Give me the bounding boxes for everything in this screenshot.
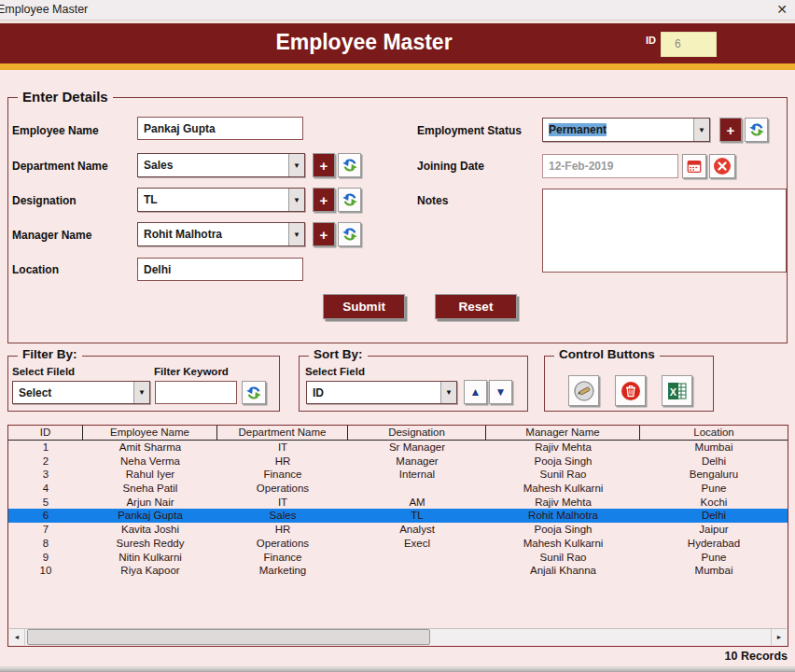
table-cell [348,564,486,578]
chevron-down-icon[interactable]: ▼ [288,189,304,211]
employee-master-window: Employee Master ✕ Employee Master ID 6 E… [0,0,795,672]
plus-icon: + [727,122,735,138]
horizontal-scrollbar[interactable]: ◄ ► [9,628,787,645]
location-input[interactable] [137,258,303,281]
chevron-down-icon[interactable]: ▼ [288,154,304,176]
submit-button[interactable]: Submit [323,294,405,319]
table-row[interactable]: 5Arjun NairITAMRajiv MehtaKochi [8,496,788,510]
sort-by-group: Sort By: Select Field ID ▼ ▲ ▼ [299,356,528,412]
table-row[interactable]: 10Riya KapoorMarketingAnjali KhannaMumba… [8,564,788,578]
add-department-button[interactable]: + [313,153,335,177]
employment-status-combo[interactable]: Permanent ▼ [542,118,710,142]
notes-label: Notes [417,194,448,207]
table-row[interactable]: 3Rahul IyerFinanceInternalSunil RaoBenga… [8,468,788,482]
table-cell: Kavita Joshi [83,523,217,537]
close-icon[interactable]: ✕ [776,2,788,17]
plus-icon: + [320,227,328,243]
calendar-icon [686,158,703,175]
gold-accent-bar [0,63,795,70]
reset-button[interactable]: Reset [435,294,517,319]
table-cell: Execl [348,537,486,551]
swap-arrows-icon [342,226,358,243]
manager-combo[interactable]: Rohit Malhotra ▼ [137,222,305,246]
notes-textarea[interactable] [542,189,787,273]
table-cell: 7 [8,523,83,537]
table-cell: 9 [8,551,83,565]
filter-by-legend: Filter By: [18,347,82,361]
department-combo-value: Sales [138,159,288,172]
scroll-left-arrow-icon[interactable]: ◄ [9,629,25,645]
export-excel-button[interactable]: X [662,375,692,406]
window-title: Employee Master [0,3,88,16]
scrollbar-thumb[interactable] [27,629,430,645]
table-row[interactable]: 1Amit SharmaITSr ManagerRajiv MehtaMumba… [8,441,788,455]
scroll-right-arrow-icon[interactable]: ► [771,629,787,645]
column-header[interactable]: Department Name [217,426,348,440]
refresh-designation-button[interactable] [338,188,361,212]
sort-ascending-button[interactable]: ▲ [464,380,487,404]
column-header[interactable]: Designation [348,426,486,440]
joining-date-input[interactable] [542,154,678,178]
table-cell: 1 [8,441,83,455]
column-header[interactable]: Location [640,426,788,440]
designation-combo[interactable]: TL ▼ [137,188,305,212]
clear-date-button[interactable] [709,154,735,178]
table-cell: Bengaluru [640,468,788,482]
column-header[interactable]: Manager Name [486,426,640,440]
table-cell: Sales [217,509,348,523]
column-header[interactable]: ID [8,426,83,440]
table-cell [348,551,486,565]
table-cell: 8 [8,537,83,551]
employee-name-input[interactable] [137,117,303,140]
add-employment-status-button[interactable]: + [719,118,742,142]
id-label: ID [646,35,656,46]
filter-field-combo[interactable]: Select ▼ [12,381,150,404]
table-row[interactable]: 9Nitin KulkarniFinanceSunil RaoPune [8,551,788,565]
table-cell: 4 [8,482,83,496]
add-manager-button[interactable]: + [313,222,335,246]
enter-details-legend: Enter Details [18,89,113,105]
calendar-button[interactable] [682,154,706,178]
sort-field-combo[interactable]: ID ▼ [306,381,457,404]
down-triangle-icon: ▼ [495,385,507,399]
table-row[interactable]: 2Neha VermaHRManagerPooja SinghDelhi [8,455,788,469]
swap-arrows-icon [342,191,358,208]
refresh-department-button[interactable] [338,153,361,177]
table-row[interactable]: 8Suresh ReddyOperationsExeclMahesh Kulka… [8,537,788,551]
window-bottom-edge [0,666,795,672]
control-buttons-legend: Control Buttons [554,347,660,361]
record-count: 10 Records [725,650,788,663]
filter-keyword-input[interactable] [155,381,237,404]
table-cell: Arjun Nair [83,496,217,510]
chevron-down-icon[interactable]: ▼ [133,382,149,403]
form-header: Employee Master ID 6 [0,23,795,63]
id-field[interactable]: 6 [661,32,717,57]
table-body: 1Amit SharmaITSr ManagerRajiv MehtaMumba… [8,441,788,578]
table-row[interactable]: 6Pankaj GuptaSalesTLRohit MalhotraDelhi [8,509,788,523]
sort-field-label: Select Field [305,366,365,377]
refresh-manager-button[interactable] [338,222,361,246]
chevron-down-icon[interactable]: ▼ [440,382,456,403]
table-cell: Mahesh Kulkarni [486,482,640,496]
apply-filter-button[interactable] [242,381,266,404]
table-row[interactable]: 7Kavita JoshiHRAnalystPooja SinghJaipur [8,523,788,537]
delete-button[interactable] [615,375,646,406]
department-combo[interactable]: Sales ▼ [137,153,305,177]
table-cell: 5 [8,496,83,510]
sort-descending-button[interactable]: ▼ [489,380,512,404]
table-cell: TL [348,509,486,523]
edit-button[interactable] [568,375,599,406]
column-header[interactable]: Employee Name [83,426,217,440]
chevron-down-icon[interactable]: ▼ [693,119,709,141]
table-row[interactable]: 4Sneha PatilOperationsMahesh KulkarniPun… [8,482,788,496]
table-cell: Analyst [348,523,486,537]
sort-by-legend: Sort By: [309,347,368,361]
add-designation-button[interactable]: + [313,188,335,212]
table-cell: Marketing [217,564,348,578]
swap-arrows-icon [245,385,262,401]
filter-keyword-label: Filter Keyword [154,366,229,377]
chevron-down-icon[interactable]: ▼ [288,223,304,245]
filter-field-combo-value: Select [13,386,133,399]
table-cell: Rohit Malhotra [486,509,640,523]
refresh-employment-status-button[interactable] [745,118,768,142]
